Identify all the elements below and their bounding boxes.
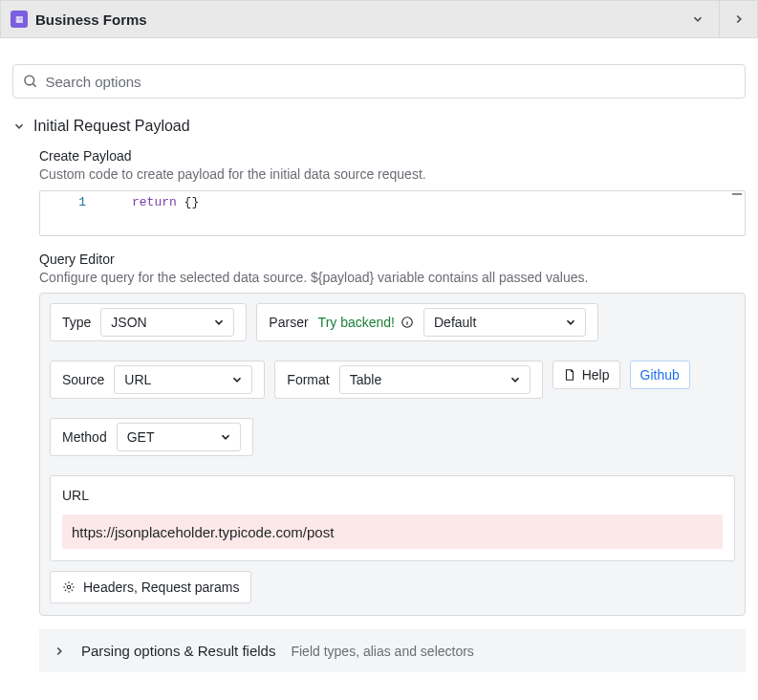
gear-icon — [62, 580, 76, 594]
headers-button-label: Headers, Request params — [83, 580, 239, 595]
create-payload-desc: Custom code to create payload for the in… — [39, 165, 746, 185]
panel-next-button[interactable] — [719, 0, 757, 38]
chevron-down-icon — [564, 316, 577, 329]
create-payload-code-editor[interactable]: 1 return {} — [39, 190, 746, 236]
method-field: Method GET — [50, 418, 253, 456]
url-field-box: URL https://jsonplaceholder.typicode.com… — [50, 475, 735, 561]
parser-field: Parser Try backend! Default — [256, 303, 598, 341]
source-select-value: URL — [124, 372, 151, 387]
code-content: return {} — [97, 191, 199, 235]
svg-point-0 — [25, 76, 34, 85]
url-input[interactable]: https://jsonplaceholder.typicode.com/pos… — [62, 514, 723, 549]
format-select-value: Table — [350, 372, 381, 387]
parser-select[interactable]: Default — [423, 308, 586, 337]
parsing-title: Parsing options & Result fields — [81, 643, 275, 659]
chevron-down-icon — [219, 430, 232, 444]
github-button-label: Github — [640, 367, 680, 383]
panel-title: Business Forms — [35, 11, 677, 28]
create-payload-title: Create Payload — [39, 148, 746, 164]
headers-request-params-button[interactable]: Headers, Request params — [50, 571, 251, 603]
source-field: Source URL — [50, 361, 265, 399]
search-options-field[interactable] — [12, 64, 746, 98]
section-collapse-toggle[interactable] — [12, 120, 26, 133]
url-input-value: https://jsonplaceholder.typicode.com/pos… — [72, 524, 334, 540]
minimap-icon — [732, 193, 742, 195]
info-icon[interactable] — [401, 316, 414, 329]
parsing-desc: Field types, alias and selectors — [291, 644, 473, 659]
document-icon — [563, 368, 576, 382]
method-select-value: GET — [127, 429, 155, 445]
panel-expand-button[interactable] — [684, 6, 711, 33]
chevron-down-icon — [230, 373, 244, 386]
help-button-label: Help — [582, 367, 610, 383]
section-title: Initial Request Payload — [33, 118, 190, 135]
type-select-value: JSON — [111, 315, 146, 330]
type-select[interactable]: JSON — [100, 308, 234, 337]
svg-point-2 — [67, 585, 71, 589]
plugin-logo-icon: ▦ — [11, 11, 28, 28]
query-editor-title: Query Editor — [39, 252, 746, 267]
parser-hint-link[interactable]: Try backend! — [318, 315, 395, 330]
search-input[interactable] — [46, 74, 736, 90]
type-label: Type — [62, 315, 91, 330]
parsing-options-row[interactable]: Parsing options & Result fields Field ty… — [39, 629, 746, 672]
format-select[interactable]: Table — [339, 365, 531, 394]
method-select[interactable]: GET — [117, 423, 241, 451]
source-select[interactable]: URL — [114, 365, 252, 394]
chevron-down-icon — [509, 373, 522, 386]
query-editor-block: Type JSON Parser Try backend! Default — [39, 293, 746, 616]
parsing-expand-toggle[interactable] — [53, 645, 66, 658]
help-button[interactable]: Help — [552, 361, 620, 389]
search-icon — [23, 74, 38, 89]
github-button[interactable]: Github — [630, 361, 690, 389]
query-editor-desc: Configure query for the selected data so… — [39, 269, 746, 288]
parser-label: Parser — [269, 315, 308, 330]
format-field: Format Table — [274, 361, 542, 399]
format-label: Format — [287, 372, 329, 387]
url-label: URL — [62, 488, 723, 503]
code-line-number: 1 — [40, 191, 97, 235]
type-field: Type JSON — [50, 303, 247, 341]
source-label: Source — [62, 372, 104, 387]
method-label: Method — [62, 429, 107, 445]
panel-header: ▦ Business Forms — [0, 0, 758, 38]
parser-select-value: Default — [434, 315, 476, 330]
chevron-down-icon — [212, 316, 226, 329]
